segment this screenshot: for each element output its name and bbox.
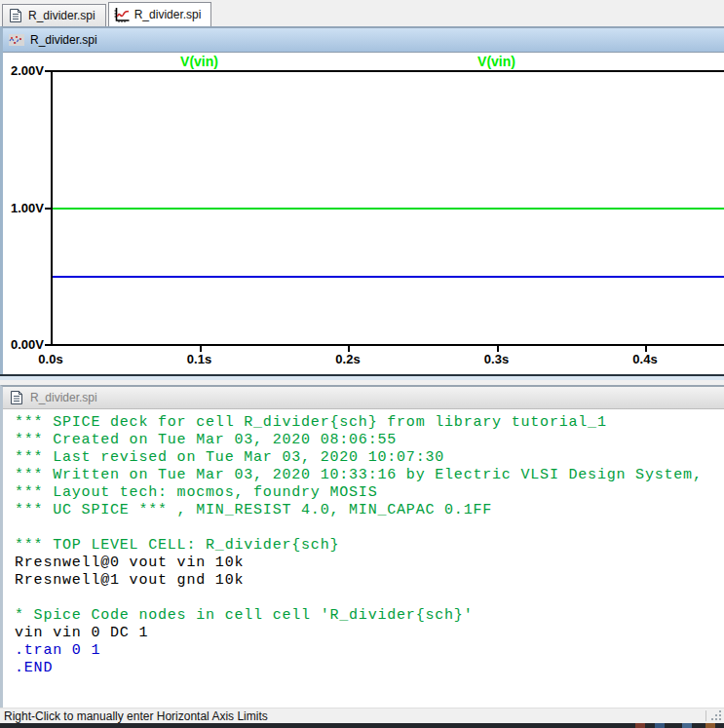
trace-label[interactable]: V(vin) — [141, 55, 258, 68]
code-line: *** TOP LEVEL CELL: R_divider{sch} — [15, 537, 724, 555]
status-bar: Right-Click to manually enter Horizontal… — [0, 708, 724, 723]
taskbar-icon-fragment — [635, 723, 645, 728]
status-message: Right-Click to manually enter Horizontal… — [4, 709, 268, 723]
waveform-window-title: R_divider.spi — [30, 33, 97, 47]
code-line: *** Written on Tue Mar 03, 2020 10:33:16… — [15, 467, 724, 484]
plot-icon — [9, 32, 24, 48]
y-tick-label: 1.00V — [3, 202, 44, 215]
taskbar-strip — [0, 723, 724, 728]
code-line: *** Last revised on Tue Mar 03, 2020 10:… — [15, 449, 724, 467]
netlist-window-title: R_divider.spi — [30, 391, 97, 404]
plot-area[interactable]: 2.00V1.00V0.00V0.0s0.1s0.2s0.3s0.4sV(vin… — [3, 53, 724, 374]
plot-x-axis — [51, 344, 724, 346]
x-tick-mark — [348, 344, 350, 352]
code-line: .tran 0 1 — [15, 642, 724, 660]
code-line: *** UC SPICE *** , MIN_RESIST 4.0, MIN_C… — [15, 502, 724, 519]
code-line: *** SPICE deck for cell R_divider{sch} f… — [15, 414, 724, 432]
waveform-window-titlebar[interactable]: R_divider.spi — [3, 28, 724, 53]
x-tick-label: 0.3s — [468, 353, 526, 366]
plot-top-border — [51, 70, 724, 72]
x-tick-label: 0.1s — [171, 353, 229, 366]
waveform-icon — [114, 7, 130, 22]
tab-netlist-file[interactable]: R_divider.spi — [2, 4, 106, 26]
taskbar-icon-fragment — [655, 723, 665, 728]
code-line: *** Created on Tue Mar 03, 2020 08:06:55 — [15, 432, 724, 449]
y-tick-mark — [45, 344, 51, 346]
netlist-window-titlebar[interactable]: R_divider.spi — [3, 387, 724, 409]
document-icon — [8, 8, 23, 23]
code-line: vin vin 0 DC 1 — [15, 625, 724, 642]
tab-bar: R_divider.spi R_divider.spi — [0, 0, 724, 26]
x-tick-mark — [497, 344, 499, 352]
resize-grip-icon[interactable] — [710, 709, 723, 722]
waveform-window: R_divider.spi 2.00V1.00V0.00V0.0s0.1s0.2… — [0, 26, 724, 380]
x-tick-label: 0.2s — [319, 353, 377, 366]
trace-label[interactable]: V(vin) — [438, 55, 555, 68]
y-tick-mark — [45, 70, 51, 72]
code-line: .END — [15, 660, 724, 677]
tab-label: R_divider.spi — [28, 9, 95, 22]
x-tick-mark — [645, 344, 647, 352]
y-tick-label: 0.00V — [3, 338, 44, 352]
code-line — [15, 590, 724, 607]
y-tick-label: 2.00V — [3, 64, 44, 78]
tab-waveform[interactable]: R_divider.spi — [108, 2, 212, 26]
x-tick-label: 0.0s — [21, 353, 80, 366]
code-line: Rresnwell@0 vout vin 10k — [15, 555, 724, 572]
code-line: * Spice Code nodes in cell cell 'R_divid… — [15, 607, 724, 625]
netlist-window: R_divider.spi *** SPICE deck for cell R_… — [0, 385, 724, 708]
document-icon — [9, 390, 24, 405]
code-line: *** Layout tech: mocmos, foundry MOSIS — [15, 484, 724, 502]
code-line: Rresnwell@1 vout gnd 10k — [15, 572, 724, 590]
trace-V(vout)[interactable] — [53, 276, 724, 278]
x-tick-label: 0.4s — [616, 353, 674, 366]
taskbar-icon-fragment — [682, 723, 692, 728]
netlist-editor-area[interactable]: *** SPICE deck for cell R_divider{sch} f… — [3, 409, 724, 708]
x-tick-mark — [200, 344, 202, 352]
code-line — [15, 519, 724, 537]
window-bottom-edge — [0, 374, 724, 380]
taskbar-icon-fragment — [705, 723, 715, 728]
y-tick-mark — [45, 208, 51, 210]
tab-label: R_divider.spi — [134, 8, 202, 21]
status-pane-separator — [705, 710, 706, 721]
app-root: { "tab_bar": { "tabs": [ { "label": "R_d… — [0, 0, 724, 728]
trace-V(vin)[interactable] — [53, 208, 724, 210]
